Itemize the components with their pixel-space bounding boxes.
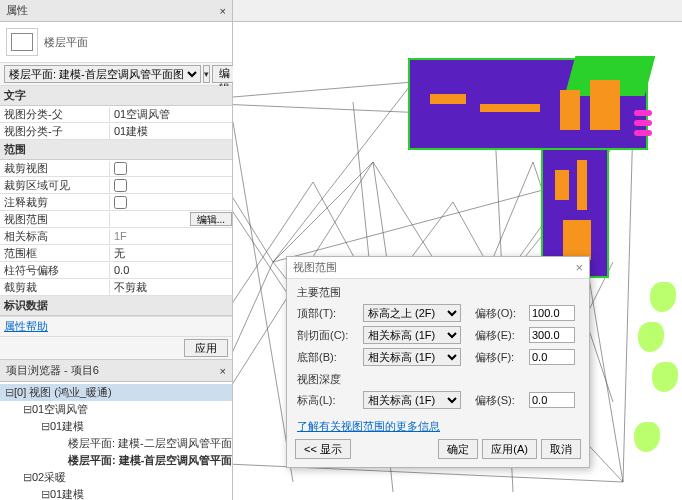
row-view-cat-child[interactable]: 视图分类-子 01建模 — [0, 123, 232, 140]
landscape-blob — [650, 282, 676, 312]
duct-segment — [555, 170, 569, 200]
tree-item[interactable]: ⊟[0] 视图 (鸿业_暖通) — [0, 384, 232, 401]
tree-item[interactable]: ⊟01空调风管 — [0, 401, 232, 418]
expand-icon[interactable]: ⊟ — [22, 471, 32, 484]
properties-apply-row: 应用 — [0, 337, 232, 360]
row-annotation-crop[interactable]: 注释裁剪 — [0, 194, 232, 211]
marker-icon — [634, 110, 652, 116]
top-label: 顶部(T): — [297, 306, 357, 321]
instance-selector-row: 楼层平面: 建模-首层空调风管平面图 ▾ 编辑类型 — [0, 63, 232, 86]
close-icon[interactable]: × — [220, 5, 226, 17]
tree-item[interactable]: ⊟01建模 — [0, 418, 232, 435]
bottom-offset-label: 偏移(F): — [475, 350, 523, 365]
row-depth-clipping[interactable]: 截剪裁 不剪裁 — [0, 279, 232, 296]
view-range-edit-button[interactable]: 编辑... — [190, 212, 232, 226]
bottom-offset-input[interactable] — [529, 349, 575, 365]
top-offset-label: 偏移(O): — [475, 306, 523, 321]
section-id-data: 标识数据 — [0, 296, 232, 316]
expand-icon[interactable]: ⊟ — [40, 420, 50, 433]
dialog-buttons: << 显示 确定 应用(A) 取消 — [295, 439, 581, 459]
cut-select[interactable]: 相关标高 (1F) — [363, 326, 461, 344]
properties-title: 属性 — [6, 3, 28, 18]
level-offset-input[interactable] — [529, 392, 575, 408]
row-level: 标高(L): 相关标高 (1F) 偏移(S): — [297, 391, 579, 409]
tree-item-label: 01建模 — [50, 420, 84, 432]
tree-item-label: 楼层平面: 建模-首层空调风管平面图 — [68, 454, 232, 466]
row-top: 顶部(T): 标高之上 (2F) 偏移(O): — [297, 304, 579, 322]
duct-segment — [430, 94, 466, 104]
row-view-cat-parent[interactable]: 视图分类-父 01空调风管 — [0, 106, 232, 123]
properties-help-link[interactable]: 属性帮助 — [0, 316, 232, 337]
tree-item[interactable]: 楼层平面: 建模-二层空调风管平面图 — [0, 435, 232, 452]
filter-icon[interactable]: ▾ — [203, 65, 210, 83]
tree-item-label: 02采暖 — [32, 471, 66, 483]
left-panel: 属性 × 楼层平面 楼层平面: 建模-首层空调风管平面图 ▾ 编辑类型 文字 视… — [0, 0, 233, 500]
view-header — [233, 0, 682, 22]
duct-segment — [480, 104, 540, 112]
cut-offset-label: 偏移(E): — [475, 328, 523, 343]
expand-icon[interactable]: ⊟ — [22, 403, 32, 416]
dialog-body: 主要范围 顶部(T): 标高之上 (2F) 偏移(O): 剖切面(C): 相关标… — [287, 279, 589, 440]
project-browser-header: 项目浏览器 - 项目6 × — [0, 360, 232, 382]
tree-item-label: 楼层平面: 建模-二层空调风管平面图 — [68, 437, 232, 449]
close-icon[interactable]: × — [220, 365, 226, 377]
ok-button[interactable]: 确定 — [438, 439, 478, 459]
properties-panel-header: 属性 × — [0, 0, 232, 22]
cancel-button[interactable]: 取消 — [541, 439, 581, 459]
crop-view-checkbox[interactable] — [114, 162, 127, 175]
expand-icon[interactable]: ⊟ — [40, 488, 50, 500]
row-bottom: 底部(B): 相关标高 (1F) 偏移(F): — [297, 348, 579, 366]
top-offset-input[interactable] — [529, 305, 575, 321]
row-scope-box[interactable]: 范围框 无 — [0, 245, 232, 262]
row-column-symbol-offset[interactable]: 柱符号偏移 0.0 — [0, 262, 232, 279]
dialog-titlebar[interactable]: 视图范围 × — [287, 257, 589, 279]
duct-segment — [590, 80, 620, 130]
properties-apply-button[interactable]: 应用 — [184, 339, 228, 357]
landscape-blob — [634, 422, 660, 452]
plan-overlay — [408, 58, 648, 150]
properties-grid: 文字 视图分类-父 01空调风管 视图分类-子 01建模 范围 裁剪视图 裁剪区… — [0, 86, 232, 316]
section-text: 文字 — [0, 86, 232, 106]
show-button[interactable]: << 显示 — [295, 439, 351, 459]
section-range: 范围 — [0, 140, 232, 160]
cut-label: 剖切面(C): — [297, 328, 357, 343]
tree-item[interactable]: ⊟01建模 — [0, 486, 232, 500]
type-selector-row: 楼层平面 — [0, 22, 232, 63]
duct-segment — [560, 90, 580, 130]
marker-icon — [634, 130, 652, 136]
primary-range-label: 主要范围 — [297, 285, 579, 300]
tree-item-label: [0] 视图 (鸿业_暖通) — [14, 386, 112, 398]
tree-item-label: 01空调风管 — [32, 403, 88, 415]
learn-more-link[interactable]: 了解有关视图范围的更多信息 — [297, 419, 440, 434]
marker-icon — [634, 120, 652, 126]
tree-item[interactable]: ⊟02采暖 — [0, 469, 232, 486]
row-assoc-level: 相关标高 1F — [0, 228, 232, 245]
crop-region-visible-checkbox[interactable] — [114, 179, 127, 192]
apply-button[interactable]: 应用(A) — [482, 439, 537, 459]
landscape-blob — [652, 362, 678, 392]
bottom-select[interactable]: 相关标高 (1F) — [363, 348, 461, 366]
level-label: 标高(L): — [297, 393, 357, 408]
row-crop-region-visible[interactable]: 裁剪区域可见 — [0, 177, 232, 194]
project-browser-title: 项目浏览器 - 项目6 — [6, 363, 99, 378]
bottom-label: 底部(B): — [297, 350, 357, 365]
tree-item-label: 01建模 — [50, 488, 84, 500]
instance-selector[interactable]: 楼层平面: 建模-首层空调风管平面图 — [4, 65, 201, 83]
duct-segment — [577, 160, 587, 210]
duct-segment — [563, 220, 591, 260]
cut-offset-input[interactable] — [529, 327, 575, 343]
annotation-crop-checkbox[interactable] — [114, 196, 127, 209]
top-select[interactable]: 标高之上 (2F) — [363, 304, 461, 322]
dialog-title: 视图范围 — [293, 260, 337, 275]
project-browser-tree[interactable]: ⊟[0] 视图 (鸿业_暖通)⊟01空调风管⊟01建模楼层平面: 建模-二层空调… — [0, 382, 232, 500]
floor-plan-icon — [6, 28, 38, 56]
close-icon[interactable]: × — [575, 260, 583, 275]
level-select[interactable]: 相关标高 (1F) — [363, 391, 461, 409]
row-crop-view[interactable]: 裁剪视图 — [0, 160, 232, 177]
level-offset-label: 偏移(S): — [475, 393, 523, 408]
row-view-range[interactable]: 视图范围 编辑... — [0, 211, 232, 228]
expand-icon[interactable]: ⊟ — [4, 386, 14, 399]
tree-item[interactable]: 楼层平面: 建模-首层空调风管平面图 — [0, 452, 232, 469]
type-label: 楼层平面 — [44, 35, 88, 50]
view-depth-label: 视图深度 — [297, 372, 579, 387]
